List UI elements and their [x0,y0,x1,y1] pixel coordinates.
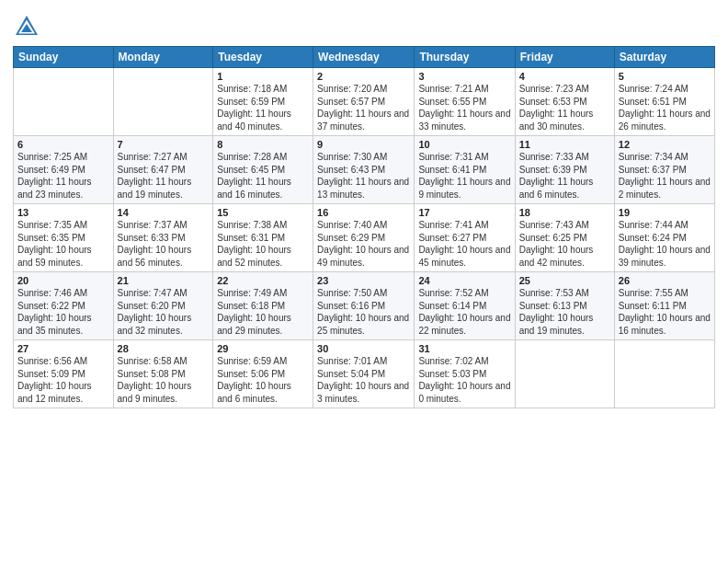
table-row: 17Sunrise: 7:41 AM Sunset: 6:27 PM Dayli… [415,204,515,272]
day-detail: Sunrise: 7:38 AM Sunset: 6:31 PM Dayligh… [217,219,309,269]
day-detail: Sunrise: 7:49 AM Sunset: 6:18 PM Dayligh… [217,287,309,337]
table-row: 5Sunrise: 7:24 AM Sunset: 6:51 PM Daylig… [614,68,714,136]
calendar-header-row: Sunday Monday Tuesday Wednesday Thursday… [14,47,715,68]
table-row: 9Sunrise: 7:30 AM Sunset: 6:43 PM Daylig… [313,136,415,204]
day-detail: Sunrise: 7:31 AM Sunset: 6:41 PM Dayligh… [418,151,510,201]
calendar-week-row: 20Sunrise: 7:46 AM Sunset: 6:22 PM Dayli… [14,272,715,340]
calendar-week-row: 6Sunrise: 7:25 AM Sunset: 6:49 PM Daylig… [14,136,715,204]
day-number: 16 [317,207,410,218]
day-number: 25 [519,275,610,286]
day-number: 9 [317,139,410,150]
table-row: 3Sunrise: 7:21 AM Sunset: 6:55 PM Daylig… [415,68,515,136]
day-detail: Sunrise: 7:30 AM Sunset: 6:43 PM Dayligh… [317,151,410,201]
day-detail: Sunrise: 6:59 AM Sunset: 5:06 PM Dayligh… [217,355,309,405]
day-detail: Sunrise: 7:52 AM Sunset: 6:14 PM Dayligh… [418,287,510,337]
day-number: 19 [619,207,711,218]
logo-icon [13,13,40,40]
day-detail: Sunrise: 7:18 AM Sunset: 6:59 PM Dayligh… [217,83,309,132]
day-detail: Sunrise: 7:55 AM Sunset: 6:11 PM Dayligh… [619,287,711,337]
table-row: 14Sunrise: 7:37 AM Sunset: 6:33 PM Dayli… [113,204,213,272]
table-row: 18Sunrise: 7:43 AM Sunset: 6:25 PM Dayli… [515,204,614,272]
day-detail: Sunrise: 7:43 AM Sunset: 6:25 PM Dayligh… [519,219,610,269]
day-number: 2 [317,71,410,82]
day-number: 29 [217,343,309,354]
page: Sunday Monday Tuesday Wednesday Thursday… [0,0,728,563]
day-detail: Sunrise: 7:27 AM Sunset: 6:47 PM Dayligh… [118,151,210,201]
table-row: 11Sunrise: 7:33 AM Sunset: 6:39 PM Dayli… [515,136,614,204]
table-row: 1Sunrise: 7:18 AM Sunset: 6:59 PM Daylig… [213,68,313,136]
day-detail: Sunrise: 7:40 AM Sunset: 6:29 PM Dayligh… [317,219,410,269]
day-number: 1 [217,71,309,82]
table-row: 13Sunrise: 7:35 AM Sunset: 6:35 PM Dayli… [14,204,114,272]
day-number: 18 [519,207,610,218]
day-detail: Sunrise: 7:37 AM Sunset: 6:33 PM Dayligh… [118,219,210,269]
day-number: 15 [217,207,309,218]
table-row [614,340,714,408]
table-row [515,340,614,408]
col-friday: Friday [515,47,614,68]
table-row: 23Sunrise: 7:50 AM Sunset: 6:16 PM Dayli… [313,272,415,340]
table-row: 22Sunrise: 7:49 AM Sunset: 6:18 PM Dayli… [213,272,313,340]
col-sunday: Sunday [14,47,114,68]
day-detail: Sunrise: 7:01 AM Sunset: 5:04 PM Dayligh… [317,355,410,405]
table-row: 10Sunrise: 7:31 AM Sunset: 6:41 PM Dayli… [415,136,515,204]
day-detail: Sunrise: 7:24 AM Sunset: 6:51 PM Dayligh… [619,83,711,132]
logo [13,13,44,40]
table-row: 28Sunrise: 6:58 AM Sunset: 5:08 PM Dayli… [113,340,213,408]
day-detail: Sunrise: 7:46 AM Sunset: 6:22 PM Dayligh… [17,287,109,337]
table-row: 20Sunrise: 7:46 AM Sunset: 6:22 PM Dayli… [14,272,114,340]
calendar-week-row: 27Sunrise: 6:56 AM Sunset: 5:09 PM Dayli… [14,340,715,408]
table-row: 19Sunrise: 7:44 AM Sunset: 6:24 PM Dayli… [614,204,714,272]
header [13,9,715,40]
day-detail: Sunrise: 6:56 AM Sunset: 5:09 PM Dayligh… [17,355,109,405]
col-thursday: Thursday [415,47,515,68]
day-detail: Sunrise: 7:50 AM Sunset: 6:16 PM Dayligh… [317,287,410,337]
table-row [14,68,114,136]
day-number: 20 [17,275,109,286]
calendar-week-row: 1Sunrise: 7:18 AM Sunset: 6:59 PM Daylig… [14,68,715,136]
table-row: 27Sunrise: 6:56 AM Sunset: 5:09 PM Dayli… [14,340,114,408]
day-detail: Sunrise: 7:28 AM Sunset: 6:45 PM Dayligh… [217,151,309,201]
table-row: 24Sunrise: 7:52 AM Sunset: 6:14 PM Dayli… [415,272,515,340]
day-number: 22 [217,275,309,286]
table-row: 2Sunrise: 7:20 AM Sunset: 6:57 PM Daylig… [313,68,415,136]
day-number: 8 [217,139,309,150]
day-detail: Sunrise: 7:35 AM Sunset: 6:35 PM Dayligh… [17,219,109,269]
table-row: 8Sunrise: 7:28 AM Sunset: 6:45 PM Daylig… [213,136,313,204]
table-row: 4Sunrise: 7:23 AM Sunset: 6:53 PM Daylig… [515,68,614,136]
day-number: 12 [619,139,711,150]
day-number: 21 [118,275,210,286]
calendar-table: Sunday Monday Tuesday Wednesday Thursday… [13,46,715,408]
day-number: 26 [619,275,711,286]
day-number: 31 [418,343,510,354]
col-saturday: Saturday [614,47,714,68]
day-detail: Sunrise: 7:53 AM Sunset: 6:13 PM Dayligh… [519,287,610,337]
day-detail: Sunrise: 7:21 AM Sunset: 6:55 PM Dayligh… [418,83,510,132]
table-row: 29Sunrise: 6:59 AM Sunset: 5:06 PM Dayli… [213,340,313,408]
day-detail: Sunrise: 7:02 AM Sunset: 5:03 PM Dayligh… [418,355,510,405]
day-detail: Sunrise: 7:23 AM Sunset: 6:53 PM Dayligh… [519,83,610,132]
table-row [113,68,213,136]
day-detail: Sunrise: 7:20 AM Sunset: 6:57 PM Dayligh… [317,83,410,132]
calendar-week-row: 13Sunrise: 7:35 AM Sunset: 6:35 PM Dayli… [14,204,715,272]
day-detail: Sunrise: 7:33 AM Sunset: 6:39 PM Dayligh… [519,151,610,201]
col-tuesday: Tuesday [213,47,313,68]
day-number: 14 [118,207,210,218]
table-row: 26Sunrise: 7:55 AM Sunset: 6:11 PM Dayli… [614,272,714,340]
table-row: 12Sunrise: 7:34 AM Sunset: 6:37 PM Dayli… [614,136,714,204]
day-number: 5 [619,71,711,82]
day-number: 30 [317,343,410,354]
day-detail: Sunrise: 7:34 AM Sunset: 6:37 PM Dayligh… [619,151,711,201]
day-number: 10 [418,139,510,150]
col-monday: Monday [113,47,213,68]
table-row: 21Sunrise: 7:47 AM Sunset: 6:20 PM Dayli… [113,272,213,340]
day-number: 28 [118,343,210,354]
day-number: 7 [118,139,210,150]
day-number: 27 [17,343,109,354]
table-row: 7Sunrise: 7:27 AM Sunset: 6:47 PM Daylig… [113,136,213,204]
day-number: 11 [519,139,610,150]
table-row: 30Sunrise: 7:01 AM Sunset: 5:04 PM Dayli… [313,340,415,408]
col-wednesday: Wednesday [313,47,415,68]
table-row: 15Sunrise: 7:38 AM Sunset: 6:31 PM Dayli… [213,204,313,272]
table-row: 6Sunrise: 7:25 AM Sunset: 6:49 PM Daylig… [14,136,114,204]
